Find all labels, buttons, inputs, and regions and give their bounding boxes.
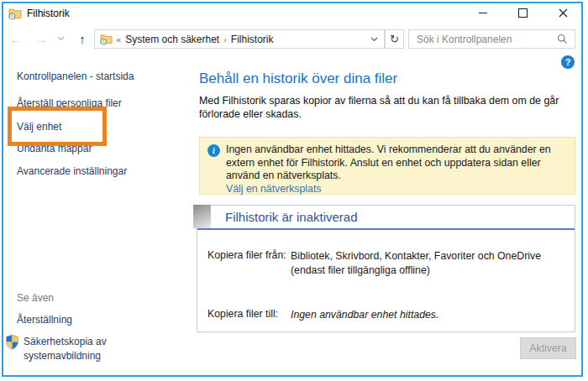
select-network-location-link[interactable]: Välj en nätverksplats (226, 183, 321, 195)
help-button[interactable]: ? (561, 55, 575, 69)
breadcrumb-system-och-sakerhet[interactable]: System och säkerhet (123, 34, 222, 45)
forward-button[interactable]: → (30, 28, 52, 50)
refresh-button[interactable]: ↻ (385, 29, 404, 49)
search-icon (554, 34, 575, 44)
window-title: Filhistorik (27, 0, 70, 27)
breadcrumb-separator-icon: › (222, 34, 228, 44)
status-title-divider (197, 228, 575, 230)
refresh-icon: ↻ (390, 33, 399, 45)
sidebar-item-exclude-folders[interactable]: Undanta mappar (17, 143, 92, 154)
sidebar-item-control-panel-home[interactable]: Kontrollpanelen - startsida (17, 70, 134, 82)
copy-from-value: Bibliotek, Skrivbord, Kontakter, Favorit… (291, 249, 568, 278)
minimize-icon (479, 13, 487, 13)
breadcrumb-filhistorik[interactable]: Filhistorik (228, 34, 276, 45)
minimize-button[interactable] (463, 0, 502, 26)
sidebar-item-system-image-backup[interactable]: Säkerhetskopia av systemavbildning (24, 335, 139, 363)
copy-from-label: Kopiera filer från: (207, 249, 286, 261)
uac-shield-icon (5, 334, 19, 353)
up-button[interactable]: ↑ (72, 28, 92, 50)
close-icon (559, 8, 568, 18)
sidebar-item-select-drive[interactable]: Välj enhet (17, 121, 61, 133)
close-button[interactable] (543, 0, 583, 26)
sidebar-item-recovery[interactable]: Återställning (17, 314, 72, 326)
see-also-header: Se även (17, 292, 54, 304)
sidebar-item-restore-personal-files[interactable]: Återställ personliga filer (17, 97, 122, 109)
page-title: Behåll en historik över dina filer (199, 70, 397, 87)
filhistorik-window: Filhistorik ← → ↑ « System och säkerhet … (0, 0, 588, 381)
notice-text: Ingen användbar enhet hittades. Vi rekom… (226, 144, 566, 183)
address-dropdown-chevron-icon[interactable] (368, 37, 381, 42)
address-folder-icon (100, 33, 113, 45)
address-bar[interactable]: « System och säkerhet › Filhistorik (94, 29, 385, 49)
intro-text: Med Filhistorik sparas kopior av filerna… (199, 94, 579, 121)
file-history-status-panel: Filhistorik är inaktiverad Kopiera filer… (197, 205, 575, 332)
maximize-icon (518, 8, 528, 18)
info-icon: i (207, 144, 220, 157)
breadcrumb-collapsed-marker[interactable]: « (113, 34, 123, 44)
maximize-button[interactable] (503, 0, 543, 26)
file-history-folder-icon (8, 7, 22, 23)
copy-to-label: Kopiera filer till: (207, 308, 278, 320)
copy-to-value: Ingen användbar enhet hittades. (291, 308, 568, 322)
drive-status-icon (193, 205, 211, 228)
activate-button[interactable]: Aktivera (520, 337, 576, 359)
back-button[interactable]: ← (5, 28, 27, 50)
sidebar-item-advanced-settings[interactable]: Avancerade inställningar (17, 165, 127, 177)
no-drive-notice: i Ingen användbar enhet hittades. Vi rek… (199, 137, 575, 195)
status-title: Filhistorik är inaktiverad (225, 210, 358, 224)
search-input[interactable] (409, 34, 554, 45)
search-box[interactable] (408, 29, 575, 49)
recent-pages-chevron-icon[interactable] (54, 28, 67, 50)
